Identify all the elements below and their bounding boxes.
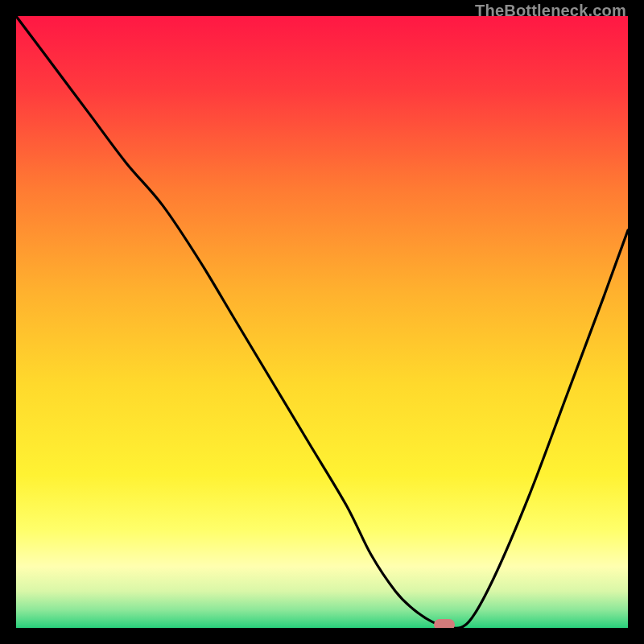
- svg-rect-0: [16, 16, 628, 628]
- chart-frame: TheBottleneck.com: [0, 0, 644, 644]
- watermark-text: TheBottleneck.com: [475, 2, 626, 20]
- plot-area: [16, 16, 628, 628]
- gradient-background: [16, 16, 628, 628]
